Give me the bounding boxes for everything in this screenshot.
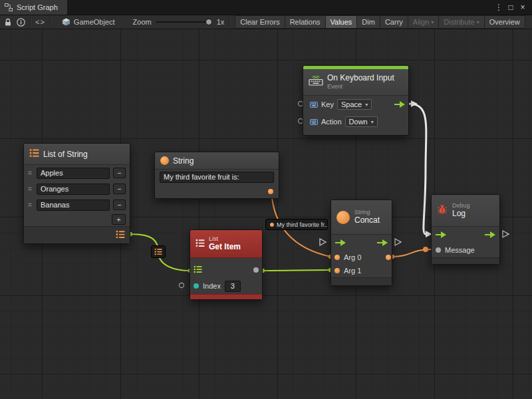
remove-item-button[interactable]: − bbox=[113, 184, 126, 194]
drag-handle-icon[interactable]: = bbox=[28, 201, 33, 209]
distribute-button[interactable]: Distribute▾ bbox=[438, 15, 484, 29]
node-header[interactable]: String Concat bbox=[331, 200, 392, 235]
get-item-node[interactable]: List Get Item Index 3 bbox=[190, 229, 263, 300]
remove-item-button[interactable]: − bbox=[113, 168, 126, 178]
flow-in-port[interactable] bbox=[436, 229, 446, 241]
node-title: Get Item bbox=[209, 243, 241, 252]
list-output-port[interactable] bbox=[116, 229, 125, 241]
node-header[interactable]: List Get Item bbox=[190, 230, 262, 258]
node-header[interactable]: Debug Log bbox=[432, 195, 499, 227]
error-footer-bar bbox=[190, 294, 262, 299]
tab-script-graph[interactable]: Script Graph bbox=[0, 0, 67, 15]
toolbar-buttons: Clear Errors Relations Values Dim Carry … bbox=[235, 15, 525, 29]
node-footer bbox=[432, 257, 499, 264]
action-dropdown[interactable]: Down ▾ bbox=[345, 116, 378, 127]
zoom-slider[interactable] bbox=[156, 18, 212, 26]
string-type-icon bbox=[160, 156, 169, 165]
flow-port-empty[interactable] bbox=[503, 231, 509, 237]
zoom-slider-handle[interactable] bbox=[205, 19, 212, 25]
title-bar: Script Graph ⋮ □ × bbox=[0, 0, 532, 15]
node-title: List of String bbox=[43, 150, 88, 159]
list-input-port[interactable] bbox=[194, 264, 202, 276]
graph-canvas[interactable]: On Keyboard Input Event Key Space ▾ Acti… bbox=[0, 29, 532, 399]
drag-handle-icon[interactable]: = bbox=[28, 186, 33, 193]
list-item-input[interactable]: Apples bbox=[37, 168, 110, 179]
carry-button[interactable]: Carry bbox=[380, 15, 408, 29]
wire-value-text: My third favorite fr... bbox=[277, 221, 328, 228]
code-icon[interactable]: <> bbox=[35, 18, 45, 26]
wire-endpoint bbox=[423, 247, 428, 252]
result-output-port[interactable] bbox=[386, 255, 391, 260]
index-input[interactable]: 3 bbox=[225, 281, 241, 292]
string-literal-node[interactable]: String My third favorite fruit is: bbox=[154, 152, 279, 199]
index-port-dot[interactable] bbox=[194, 283, 199, 289]
graph-toolbar: <> GameObject Zoom 1x Clear Errors Relat… bbox=[0, 15, 532, 29]
flow-in-port[interactable] bbox=[335, 237, 346, 249]
clear-errors-button[interactable]: Clear Errors bbox=[235, 15, 285, 29]
gameobject-target[interactable]: GameObject bbox=[62, 17, 115, 27]
flow-port-empty[interactable] bbox=[320, 239, 326, 245]
arg1-input-port[interactable] bbox=[334, 268, 340, 273]
key-type-icon bbox=[310, 116, 318, 128]
node-header[interactable]: On Keyboard Input Event bbox=[303, 69, 408, 96]
string-value-input[interactable]: My third favorite fruit is: bbox=[160, 172, 274, 183]
arg0-input-port[interactable] bbox=[334, 255, 340, 260]
list-icon bbox=[29, 148, 39, 160]
list-icon bbox=[154, 248, 162, 255]
chevron-down-icon: ▾ bbox=[431, 19, 434, 25]
string-type-icon bbox=[336, 211, 350, 224]
list-of-string-node[interactable]: List of String = Apples − = Oranges − = … bbox=[23, 143, 130, 244]
node-header[interactable]: String bbox=[155, 152, 279, 170]
drag-handle-icon[interactable]: = bbox=[28, 170, 33, 177]
zoom-slider-track bbox=[156, 21, 212, 23]
wire-getitem-to-concat[interactable] bbox=[263, 270, 331, 271]
keyboard-icon bbox=[309, 76, 323, 88]
debug-log-node[interactable]: Debug Log Message bbox=[431, 194, 500, 265]
key-type-icon bbox=[310, 98, 318, 110]
wire-list-badge bbox=[151, 245, 166, 258]
zoom-label: Zoom bbox=[133, 18, 152, 26]
message-input-port[interactable] bbox=[436, 247, 441, 253]
concat-node[interactable]: String Concat Arg 0 Arg 1 bbox=[331, 200, 392, 286]
info-icon[interactable] bbox=[17, 18, 25, 27]
toolbar-separator bbox=[229, 17, 229, 27]
chevron-down-icon: ▾ bbox=[477, 19, 479, 25]
key-dropdown[interactable]: Space ▾ bbox=[337, 99, 372, 110]
string-output-port[interactable] bbox=[268, 189, 273, 194]
toolbar-separator bbox=[30, 17, 31, 27]
node-header[interactable]: List of String bbox=[24, 144, 130, 165]
dim-button[interactable]: Dim bbox=[356, 15, 380, 29]
key-label: Key bbox=[321, 100, 334, 108]
item-output-port[interactable] bbox=[253, 267, 259, 273]
toolbar-separator bbox=[50, 17, 51, 27]
close-icon[interactable]: × bbox=[517, 1, 529, 14]
wire-keyboard-to-log-flow[interactable] bbox=[409, 104, 426, 234]
bug-icon bbox=[437, 204, 448, 217]
flow-out-port[interactable] bbox=[394, 98, 405, 110]
chevron-down-icon: ▾ bbox=[371, 119, 374, 125]
relations-button[interactable]: Relations bbox=[285, 15, 326, 29]
maximize-icon[interactable]: □ bbox=[505, 1, 517, 14]
list-item-input[interactable]: Oranges bbox=[37, 184, 110, 195]
index-input-port[interactable] bbox=[180, 283, 184, 288]
gameobject-cube-icon bbox=[62, 17, 70, 27]
flow-port-empty[interactable] bbox=[395, 239, 401, 245]
align-button[interactable]: Align▾ bbox=[408, 15, 439, 29]
add-item-button[interactable]: + bbox=[112, 214, 126, 225]
on-keyboard-input-node[interactable]: On Keyboard Input Event Key Space ▾ Acti… bbox=[303, 65, 409, 136]
window-menu-icon[interactable]: ⋮ bbox=[493, 1, 505, 14]
node-subtitle: Event bbox=[327, 83, 394, 90]
zoom-value: 1x bbox=[217, 18, 225, 26]
flow-out-port[interactable] bbox=[485, 229, 495, 241]
node-footer bbox=[331, 277, 392, 285]
index-label: Index bbox=[203, 282, 221, 290]
values-button[interactable]: Values bbox=[325, 15, 358, 29]
list-item-input[interactable]: Bananas bbox=[37, 200, 110, 211]
lock-icon[interactable] bbox=[4, 18, 12, 27]
flow-out-port[interactable] bbox=[377, 237, 388, 249]
message-label: Message bbox=[445, 246, 475, 254]
overview-button[interactable]: Overview bbox=[484, 15, 525, 29]
remove-item-button[interactable]: − bbox=[113, 200, 126, 210]
arg0-label: Arg 0 bbox=[344, 253, 361, 261]
list-icon bbox=[196, 238, 205, 250]
